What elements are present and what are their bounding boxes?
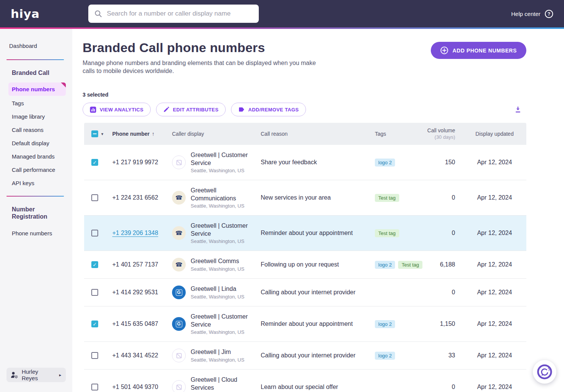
column-header-display-updated[interactable]: Display updated xyxy=(463,131,526,137)
sidebar-item-dashboard[interactable]: Dashboard xyxy=(0,43,72,49)
avatar-letter: G xyxy=(176,289,182,296)
search-icon xyxy=(94,10,102,17)
column-header-call-volume[interactable]: Call volume (30 days) xyxy=(426,127,463,140)
sidebar-item-call-performance[interactable]: Call performance xyxy=(0,163,72,176)
main-content: Branded Call phone numbers Manage phone … xyxy=(72,29,564,392)
caller-name-block: Greetwell CommsSeattle, Washington, US xyxy=(191,257,244,271)
help-icon: ? xyxy=(545,10,553,18)
phone-number-text: +1 501 404 9370 xyxy=(112,384,158,390)
row-checkbox[interactable] xyxy=(91,289,98,296)
search-bar[interactable] xyxy=(88,5,259,23)
user-name: Hurley Reyes xyxy=(22,368,56,381)
chevron-down-icon[interactable]: ▾ xyxy=(101,132,104,136)
phone-number-cell: +1 414 292 9531 xyxy=(112,289,172,296)
table-row: +1 443 341 4522Greetwell | JimSeattle, W… xyxy=(84,342,526,370)
column-header-call-reason[interactable]: Call reason xyxy=(261,131,375,137)
caller-name: Greetwell Communications xyxy=(191,187,257,202)
row-checkbox[interactable] xyxy=(91,230,98,236)
column-header-tags[interactable]: Tags xyxy=(375,131,426,137)
row-checkbox[interactable] xyxy=(91,352,98,359)
help-chat-fab[interactable]: ? xyxy=(533,360,556,384)
phone-number-cell: +1 224 231 6562 xyxy=(112,194,172,201)
caller-display-cell: GGreetwell | Customer ServiceSeattle, Wa… xyxy=(172,313,261,335)
call-reason-cell: Following up on your request xyxy=(261,261,375,269)
sort-ascending-icon: ↑ xyxy=(152,131,155,137)
pencil-icon xyxy=(163,106,169,113)
row-checkbox[interactable]: ✓ xyxy=(91,159,98,166)
sidebar-divider xyxy=(6,59,64,60)
brand-logo-avatar: ☎ xyxy=(172,191,186,205)
column-header-phone-number[interactable]: Phone number ↑ xyxy=(112,131,172,137)
caller-display-cell: ☎Greetwell CommsSeattle, Washington, US xyxy=(172,257,261,271)
sidebar-item-image-library[interactable]: Image library xyxy=(0,110,72,123)
image-placeholder-avatar xyxy=(172,380,186,392)
tags-cell: logo 2 xyxy=(375,352,426,360)
sidebar-item-default-display[interactable]: Default display xyxy=(0,136,72,150)
column-header-caller-display[interactable]: Caller display xyxy=(172,131,261,137)
row-checkbox[interactable] xyxy=(91,194,98,201)
sidebar-item-api-keys[interactable]: API keys xyxy=(0,176,72,190)
sidebar-item-phone-numbers[interactable]: Phone numbers xyxy=(0,227,72,240)
caller-name: Greetwell | Linda xyxy=(191,285,244,293)
edit-attributes-button[interactable]: EDIT ATTRIBUTES xyxy=(156,103,226,116)
tags-cell: Test tag xyxy=(375,194,426,202)
tags-cell: logo 2 xyxy=(375,159,426,167)
sidebar-spacer xyxy=(0,190,72,196)
row-select-cell: ✓ xyxy=(84,261,112,268)
tags-cell: Test tag xyxy=(375,229,426,237)
page-subtitle: Manage phone numbers and branding elemen… xyxy=(83,59,322,75)
sidebar-section-heading: Number Registration xyxy=(0,206,72,220)
svg-text:?: ? xyxy=(548,367,550,372)
caller-display-cell: Greetwell | Cloud ServicesSeattle, Washi… xyxy=(172,376,261,392)
plus-circle-icon xyxy=(440,46,448,54)
caller-location: Seattle, Washington, US xyxy=(191,329,257,335)
view-analytics-button[interactable]: VIEW ANALYTICS xyxy=(83,103,151,116)
caller-name-block: Greetwell | Customer ServiceSeattle, Was… xyxy=(191,222,257,244)
sidebar-item-phone-numbers[interactable]: Phone numbers xyxy=(8,83,66,96)
call-reason-cell: Reminder about your appointment xyxy=(261,320,375,328)
phone-number-cell: +1 501 404 9370 xyxy=(112,384,172,390)
caller-name-block: Greetwell | Cloud ServicesSeattle, Washi… xyxy=(191,376,257,392)
row-checkbox[interactable]: ✓ xyxy=(91,261,98,268)
call-reason-cell: Reminder about your appointment xyxy=(261,229,375,237)
caller-location: Seattle, Washington, US xyxy=(191,203,257,209)
display-updated-cell: Apr 12, 2024 xyxy=(463,289,526,296)
search-input[interactable] xyxy=(107,10,253,17)
row-select-cell xyxy=(84,194,112,201)
row-checkbox[interactable] xyxy=(91,384,98,390)
image-placeholder-avatar xyxy=(172,349,186,362)
sidebar-item-tags[interactable]: Tags xyxy=(0,97,72,110)
phone-number-cell: +1 401 257 7137 xyxy=(112,261,172,268)
display-updated-cell: Apr 12, 2024 xyxy=(463,321,526,327)
call-volume-cell: 33 xyxy=(426,352,463,359)
edit-attributes-label: EDIT ATTRIBUTES xyxy=(173,107,218,113)
phone-number-link[interactable]: +1 239 206 1348 xyxy=(112,230,158,236)
help-center-link[interactable]: Help center ? xyxy=(511,10,553,18)
caller-display-cell: ☎Greetwell | Customer ServiceSeattle, Wa… xyxy=(172,222,261,244)
tag-badge: logo 2 xyxy=(375,352,395,360)
phone-number-text: +1 401 257 7137 xyxy=(112,261,158,268)
add-phone-numbers-button[interactable]: ADD PHONE NUMBERS xyxy=(431,42,526,59)
table-row: +1 414 292 9531GGreetwell | LindaSeattle… xyxy=(84,279,526,306)
call-reason-cell: Calling about your internet provider xyxy=(261,352,375,360)
caller-name-block: Greetwell | JimSeattle, Washington, US xyxy=(191,348,244,362)
sidebar-item-call-reasons[interactable]: Call reasons xyxy=(0,123,72,136)
tag-icon xyxy=(238,106,245,113)
select-all-checkbox[interactable] xyxy=(91,130,98,137)
download-icon[interactable] xyxy=(514,106,522,113)
display-updated-cell: Apr 12, 2024 xyxy=(463,352,526,359)
caller-location: Seattle, Washington, US xyxy=(191,168,257,173)
caller-location: Seattle, Washington, US xyxy=(191,266,244,272)
call-volume-cell: 1,150 xyxy=(426,321,463,327)
help-center-label: Help center xyxy=(511,11,540,17)
selection-count: 3 selected xyxy=(83,92,526,98)
row-checkbox[interactable]: ✓ xyxy=(91,321,98,327)
phone-number-cell[interactable]: +1 239 206 1348 xyxy=(112,230,172,236)
sidebar-item-managed-brands[interactable]: Managed brands xyxy=(0,150,72,163)
table-header-row: ▾ Phone number ↑ Caller display Call rea… xyxy=(84,123,526,145)
caller-name-block: Greetwell | LindaSeattle, Washington, US xyxy=(191,285,244,299)
image-placeholder-avatar xyxy=(172,156,186,169)
user-menu[interactable]: Hurley Reyes ▸ xyxy=(6,368,66,382)
brand-logo-avatar: ☎ xyxy=(172,258,186,271)
add-remove-tags-button[interactable]: ADD/REMOVE TAGS xyxy=(231,103,306,116)
